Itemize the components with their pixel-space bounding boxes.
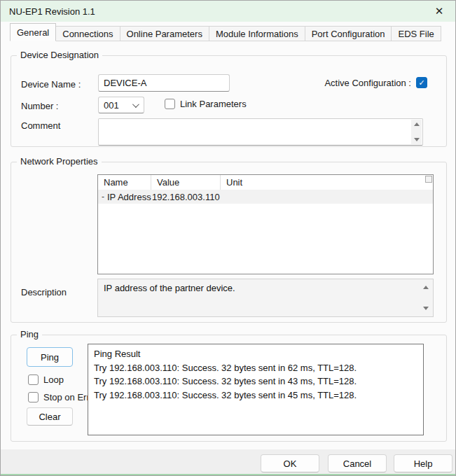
active-configuration-label: Active Configuration : [324, 78, 411, 88]
network-properties-group-label: Network Properties [17, 156, 102, 167]
tab-connections[interactable]: Connections [55, 26, 120, 41]
tab-label: EDS File [398, 29, 434, 39]
scroll-up-icon[interactable] [423, 286, 429, 289]
device-name-input[interactable] [98, 74, 230, 92]
ping-result-line: Try 192.168.003.110: Success. 32 bytes s… [94, 388, 417, 402]
link-parameters-label: Link Parameters [180, 99, 247, 109]
scroll-up-icon[interactable] [414, 122, 420, 126]
ping-group: Ping Ping Loop Stop on Error Clear Ping … [11, 335, 447, 442]
tab-general[interactable]: General [10, 23, 56, 41]
loop-checkbox[interactable] [28, 374, 39, 385]
ping-result-box[interactable]: Ping Result Try 192.168.003.110: Success… [88, 344, 424, 435]
number-value: 001 [104, 100, 119, 111]
network-properties-group: Network Properties Name Value Unit - IP … [11, 162, 447, 323]
row-value-cell: 192.168.003.110 [152, 192, 220, 202]
tab-online-parameters[interactable]: Online Parameters [120, 26, 209, 41]
tab-eds-file[interactable]: EDS File [391, 26, 441, 41]
link-parameters-row: Link Parameters [165, 99, 247, 109]
tab-label: Port Configuration [312, 29, 385, 39]
number-dropdown[interactable]: 001 [98, 97, 144, 113]
scroll-down-icon[interactable] [423, 307, 429, 310]
table-row[interactable]: - IP Address 192.168.003.110 [98, 190, 433, 204]
loop-label: Loop [43, 374, 64, 385]
comment-label: Comment [21, 120, 60, 131]
description-text: IP address of the partner device. [104, 283, 235, 293]
loop-row: Loop [28, 374, 64, 385]
ok-button[interactable]: OK [261, 454, 319, 472]
window-title: NU-EP1 Revision 1.1 [9, 6, 95, 17]
stop-on-error-checkbox[interactable] [28, 392, 39, 402]
ping-button[interactable]: Ping [27, 347, 73, 367]
tab-label: General [17, 27, 49, 38]
dialog-window: NU-EP1 Revision 1.1 ✕ General Connection… [0, 0, 456, 476]
tab-bar: General Connections Online Parameters Mo… [1, 22, 455, 41]
tab-label: Connections [62, 29, 113, 39]
tab-port-configuration[interactable]: Port Configuration [305, 26, 392, 41]
close-icon[interactable]: ✕ [429, 1, 450, 22]
table-header: Name Value Unit [98, 175, 433, 190]
tab-label: Module Informations [216, 29, 298, 39]
help-button[interactable]: Help [394, 454, 452, 472]
table-corner-button[interactable] [425, 176, 432, 183]
device-designation-group: Device Designation Device Name : Active … [11, 55, 447, 147]
ping-result-line: Try 192.168.003.110: Success. 32 bytes s… [94, 374, 417, 388]
active-configuration-row: Active Configuration : ✓ [324, 77, 427, 88]
dialog-footer: OK Cancel Help [1, 449, 455, 475]
clear-button[interactable]: Clear [27, 407, 73, 426]
device-name-label: Device Name : [21, 79, 81, 90]
comment-scrollbar[interactable] [411, 120, 422, 144]
link-parameters-checkbox[interactable] [165, 99, 175, 109]
ping-result-line: Try 192.168.003.110: Success. 32 bytes s… [94, 361, 417, 375]
ping-group-label: Ping [17, 329, 42, 340]
checkmark-icon: ✓ [418, 79, 424, 87]
chevron-down-icon [132, 101, 139, 108]
cancel-button[interactable]: Cancel [328, 454, 387, 472]
column-header-unit[interactable]: Unit [221, 175, 433, 190]
column-header-value[interactable]: Value [151, 175, 221, 190]
description-label: Description [21, 287, 67, 298]
title-bar: NU-EP1 Revision 1.1 ✕ [1, 1, 455, 22]
description-box[interactable]: IP address of the partner device. [97, 279, 434, 317]
row-name-cell: IP Address [107, 192, 151, 202]
number-label: Number : [21, 101, 58, 111]
device-designation-group-label: Device Designation [17, 50, 102, 60]
column-header-name[interactable]: Name [98, 175, 151, 190]
ping-result-line: Ping Result [94, 347, 417, 361]
comment-textarea[interactable] [98, 118, 423, 146]
properties-table: Name Value Unit - IP Address 192.168.003… [97, 174, 434, 274]
tab-label: Online Parameters [127, 29, 202, 39]
tab-module-informations[interactable]: Module Informations [209, 26, 305, 41]
active-configuration-checkbox[interactable]: ✓ [416, 77, 427, 88]
tree-collapse-icon[interactable]: - [102, 192, 107, 202]
scroll-down-icon[interactable] [414, 138, 420, 141]
